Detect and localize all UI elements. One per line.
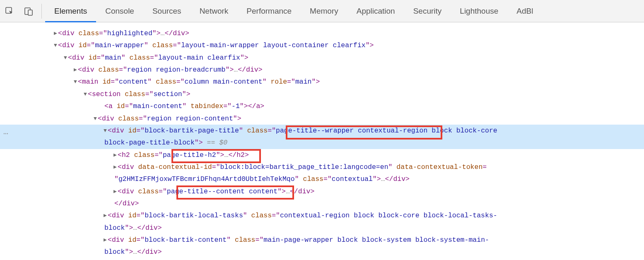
token-punc: ": [121, 54, 130, 62]
collapse-arrow-icon[interactable]: ▼: [103, 126, 108, 135]
dom-tree-line[interactable]: ▶<div class="highlighted">…</div>: [0, 27, 644, 39]
dom-tree-line[interactable]: "g2HMIzFFMjoxwTFBcmriDFhqn4Artd0UbtIehTe…: [0, 173, 644, 185]
token-attrname: id: [89, 54, 97, 62]
token-ellipsis: …: [133, 224, 137, 232]
token-punc: <: [108, 127, 112, 135]
token-punc: ": [263, 78, 271, 86]
token-attrval: layout-main clearfix: [158, 54, 240, 62]
token-punc: >: [258, 66, 263, 74]
tab-lighthouse[interactable]: Lighthouse: [451, 0, 507, 22]
tab-application[interactable]: Application: [347, 0, 404, 22]
dom-tree-line[interactable]: ▶<div data-contextual-id="block:block=ba…: [0, 161, 644, 173]
collapse-arrow-icon[interactable]: ▼: [63, 53, 68, 63]
dom-tree-line[interactable]: ▼<div class="region region-content">: [0, 113, 644, 125]
token-punc: =": [212, 163, 220, 171]
expand-arrow-icon[interactable]: ▶: [113, 187, 118, 196]
token-tag: div: [145, 248, 158, 256]
elements-panel[interactable]: ▶<div class="highlighted">…</div>▼<div i…: [0, 22, 644, 260]
token-punc: ">: [182, 90, 191, 98]
token-ellipsis: …: [161, 29, 165, 37]
tab-network[interactable]: Network: [191, 0, 238, 22]
token-punc: <: [98, 115, 102, 123]
tab-performance[interactable]: Performance: [237, 0, 301, 22]
token-attrname: class: [130, 54, 150, 62]
token-attrname: role: [270, 78, 287, 86]
token-punc: =": [223, 102, 232, 110]
token-punc: <: [104, 102, 109, 110]
tab-console[interactable]: Console: [96, 0, 143, 22]
dom-tree-line[interactable]: ▶<div class="page-title--content content…: [0, 185, 644, 197]
dom-tree-line[interactable]: block-page-title-block"> == $0: [0, 137, 644, 149]
expand-arrow-icon[interactable]: ▶: [113, 150, 118, 160]
expand-arrow-icon[interactable]: ▶: [103, 211, 108, 220]
token-text: [124, 212, 128, 219]
tab-security[interactable]: Security: [404, 0, 451, 22]
dom-tree-line[interactable]: …▼<div id="block-bartik-page-title" clas…: [0, 125, 644, 137]
token-punc: <: [78, 66, 82, 74]
dom-tree-line[interactable]: block">…</div>: [0, 246, 644, 258]
token-punc: ">: [311, 78, 320, 86]
token-punc: =": [139, 115, 147, 123]
token-punc: =": [99, 29, 107, 37]
token-punc: <: [108, 236, 112, 244]
token-tag: div: [112, 212, 124, 219]
collapse-arrow-icon[interactable]: ▼: [73, 77, 78, 87]
token-punc: ">: [240, 54, 248, 62]
expand-arrow-icon[interactable]: ▶: [103, 235, 108, 245]
device-toggle-icon[interactable]: [19, 0, 38, 22]
collapse-arrow-icon[interactable]: ▼: [53, 41, 58, 50]
token-attrname: id: [128, 127, 137, 135]
tab-sources[interactable]: Sources: [143, 0, 191, 22]
token-punc: ": [388, 163, 397, 171]
token-tag: a: [109, 102, 113, 110]
dom-tree-line[interactable]: ▼<section class="section">: [0, 88, 644, 100]
dom-tree-line[interactable]: ▼<main id="content" class="column main-c…: [0, 76, 644, 88]
token-text: [75, 41, 79, 49]
dom-tree-line[interactable]: ▶<div class="region region-breadcrumb">……: [0, 64, 644, 76]
expand-arrow-icon[interactable]: ▶: [73, 65, 78, 75]
toolbar-divider: [41, 4, 42, 19]
token-punc: >: [260, 102, 264, 110]
token-ellipsis: …: [381, 175, 385, 183]
dom-tree-line[interactable]: ▼<div id="main-wrapper" class="layout-ma…: [0, 39, 644, 51]
dom-tree-line[interactable]: ▼<div id="main" class="layout-main clear…: [0, 52, 644, 64]
token-attrval: content: [119, 78, 147, 86]
token-attrname: class: [235, 236, 256, 244]
token-attrval: region region-content: [147, 115, 233, 123]
expand-arrow-icon[interactable]: ▶: [113, 162, 118, 172]
tab-memory[interactable]: Memory: [301, 0, 347, 22]
token-attrval: main-wrapper: [95, 41, 144, 49]
token-punc: >: [405, 175, 410, 183]
collapse-arrow-icon[interactable]: ▼: [83, 89, 88, 99]
token-tag: div: [62, 41, 75, 49]
dom-tree-line[interactable]: </div>: [0, 197, 644, 209]
token-punc: =": [96, 54, 105, 62]
token-punc: ">: [277, 188, 286, 195]
token-attrval: block-bartik-local-tasks: [145, 212, 243, 219]
token-punc: ": [144, 41, 152, 49]
token-tag: h2: [236, 151, 245, 159]
token-punc: ": [239, 127, 247, 135]
token-punc: ">: [125, 224, 133, 232]
token-text: [114, 115, 118, 123]
token-tag: div: [122, 163, 134, 171]
token-attrval: block-bartik-page-title: [145, 127, 239, 135]
token-attrname: id: [79, 41, 87, 49]
dom-tree-line[interactable]: <a id="main-content" tabindex="-1"></a>: [0, 100, 644, 112]
token-punc: <: [88, 90, 92, 98]
token-attrname: class: [118, 115, 139, 123]
inspect-icon[interactable]: [0, 0, 19, 22]
dom-tree-line[interactable]: block">…</div>: [0, 222, 644, 234]
token-punc: =: [482, 163, 487, 171]
dom-tree-line[interactable]: ▶<div id="block-bartik-content" class="m…: [0, 234, 644, 246]
token-punc: <: [58, 41, 62, 49]
token-attrval: column main-content: [185, 78, 263, 86]
token-punc: ">: [195, 139, 207, 147]
expand-arrow-icon[interactable]: ▶: [53, 29, 58, 38]
tab-adbl[interactable]: AdBl: [507, 0, 542, 22]
tab-elements[interactable]: Elements: [45, 0, 96, 22]
dom-tree-line[interactable]: ▶<h2 class="page-title-h2">…</h2>: [0, 149, 644, 161]
collapse-arrow-icon[interactable]: ▼: [93, 114, 98, 123]
dom-tree-line[interactable]: ▶<div id="block-bartik-local-tasks" clas…: [0, 209, 644, 221]
token-attrname: class: [125, 90, 145, 98]
